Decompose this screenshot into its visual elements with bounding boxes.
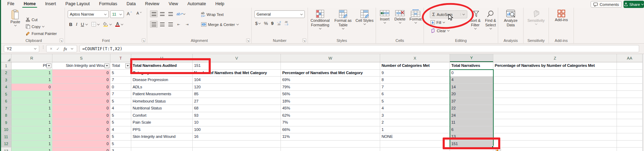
increase-decimal-button[interactable]: ←.0.00 — [277, 21, 281, 26]
cell-R5[interactable]: 1 — [11, 91, 52, 98]
cell-X2[interactable]: 9 — [380, 70, 450, 77]
cell-AA13[interactable] — [617, 148, 643, 151]
tab-view[interactable]: View — [169, 1, 178, 6]
cell-R11[interactable]: 1 — [11, 133, 52, 141]
tab-home[interactable]: Home — [24, 1, 36, 6]
row-header-8[interactable]: 8 — [1, 112, 11, 119]
insert-cells-button[interactable]: Insert — [377, 9, 392, 24]
shrink-font-button[interactable]: A — [136, 11, 142, 15]
find-select-button[interactable]: Find & Select — [483, 10, 498, 30]
row-header-5[interactable]: 5 — [1, 91, 11, 98]
align-top-button[interactable] — [150, 10, 158, 17]
cell-R10[interactable]: 1 — [11, 126, 52, 134]
cell-Z12[interactable] — [493, 141, 617, 148]
cell-Z6[interactable] — [493, 98, 617, 105]
cell-S8[interactable]: 0 — [52, 112, 110, 119]
merge-center-chevron-icon[interactable] — [236, 23, 239, 26]
cell-Y13[interactable] — [450, 148, 493, 151]
cell-AA6[interactable] — [617, 98, 643, 105]
cell-U8[interactable]: Comfort — [131, 112, 193, 119]
conditional-formatting-button[interactable]: Conditional Formatting — [309, 9, 332, 30]
cell-X11[interactable]: NONE — [380, 133, 450, 141]
cell-U9[interactable]: Pain Scale — [131, 119, 193, 126]
row-header-4[interactable]: 4 — [1, 84, 11, 91]
row-header-12[interactable]: 12 — [1, 141, 11, 148]
tab-page-layout[interactable]: Page Layout — [65, 1, 90, 6]
cell-Z3[interactable] — [493, 77, 617, 84]
cell-Y9[interactable]: 11 — [450, 119, 493, 126]
cell-U13[interactable] — [131, 148, 193, 151]
column-header-W[interactable]: W — [281, 54, 380, 62]
cell-Y7[interactable]: 22 — [450, 105, 493, 112]
align-left-button[interactable] — [150, 21, 158, 28]
cell-U6[interactable]: Homebound Status — [131, 98, 193, 105]
font-dialog-launcher-icon[interactable]: ↘ — [142, 38, 145, 42]
tab-review[interactable]: Review — [145, 1, 159, 6]
row-header-7[interactable]: 7 — [1, 105, 11, 112]
column-header-U[interactable]: U — [131, 54, 193, 62]
column-header-X[interactable]: X — [380, 54, 450, 62]
font-size-select[interactable]: 11 — [110, 10, 124, 18]
cell-Y10[interactable]: 6 — [450, 126, 493, 134]
cell-U5[interactable]: Patient Measurements — [131, 91, 193, 98]
font-color-button[interactable]: A — [115, 22, 123, 27]
cell-U3[interactable]: Disease Progression — [131, 77, 193, 84]
orientation-button[interactable]: ab↗ — [175, 10, 187, 17]
select-all-corner[interactable] — [1, 54, 11, 62]
cell-X1[interactable]: Number of Categories Met — [380, 62, 450, 70]
cell-R4[interactable]: 0 — [11, 84, 52, 91]
cell-V6[interactable]: 27 — [193, 98, 281, 105]
cell-X13[interactable] — [380, 148, 450, 151]
cell-R9[interactable]: 1 — [11, 119, 52, 126]
cell-U4[interactable]: ADLs — [131, 84, 193, 91]
cell-AA2[interactable] — [617, 70, 643, 77]
row-header-1[interactable]: 1 — [1, 62, 11, 70]
grow-font-button[interactable]: A^ — [127, 11, 132, 16]
cell-X8[interactable]: 3 — [380, 112, 450, 119]
row-header-6[interactable]: 6 — [1, 98, 11, 105]
row-header-3[interactable]: 3 — [1, 77, 11, 84]
cell-T4[interactable]: 0 — [110, 84, 131, 91]
cell-T10[interactable]: 4 — [110, 126, 131, 134]
fx-chevron-icon[interactable] — [71, 47, 73, 50]
cell-S7[interactable]: 0 — [52, 105, 110, 112]
cell-S6[interactable]: 0 — [52, 98, 110, 105]
cell-X10[interactable]: 1 — [380, 126, 450, 134]
cell-AA1[interactable] — [617, 62, 643, 70]
filter-dropdown-icon-R1[interactable] — [47, 63, 51, 68]
filter-dropdown-icon-T1[interactable] — [125, 63, 130, 68]
row-header-9[interactable]: 9 — [1, 119, 11, 126]
cell-AA7[interactable] — [617, 105, 643, 112]
italic-button[interactable]: I — [76, 21, 77, 27]
cell-X7[interactable]: 4 — [380, 105, 450, 112]
cell-Z1[interactable]: Percentage of Narratives by Number of Ca… — [493, 62, 617, 70]
cell-V3[interactable]: 104 — [193, 77, 281, 84]
enter-icon[interactable]: ✓ — [56, 46, 60, 51]
cell-V2[interactable]: Number of Narratives that Met Category — [193, 70, 281, 77]
percent-button[interactable]: % — [264, 21, 268, 26]
cell-styles-button[interactable]: Cell Styles — [354, 9, 375, 25]
cell-V12[interactable] — [193, 141, 281, 148]
column-header-R[interactable]: R — [11, 54, 52, 62]
cell-U10[interactable]: PPS — [131, 126, 193, 134]
clear-button[interactable]: Clear — [430, 28, 450, 33]
cell-Z8[interactable] — [493, 112, 617, 119]
increase-indent-button[interactable]: ⇥ — [183, 21, 191, 28]
number-dialog-launcher-icon[interactable]: ↘ — [302, 38, 306, 42]
cell-W7[interactable]: 45% — [281, 105, 380, 112]
tab-help[interactable]: Help — [215, 1, 224, 6]
row-header-10[interactable]: 10 — [1, 126, 11, 134]
align-right-button[interactable] — [167, 21, 174, 28]
cell-R7[interactable]: 1 — [11, 105, 52, 112]
cell-T11[interactable]: 5 — [110, 133, 131, 141]
cell-W3[interactable]: 69% — [281, 77, 380, 84]
cell-Y12[interactable]: 151 — [450, 141, 493, 148]
tab-insert[interactable]: Insert — [45, 1, 56, 6]
cell-T13[interactable]: 3 — [110, 148, 131, 151]
cell-AA9[interactable] — [617, 119, 643, 126]
cell-T5[interactable]: 7 — [110, 91, 131, 98]
cell-X6[interactable]: 5 — [380, 98, 450, 105]
comma-style-button[interactable]: 9 — [271, 21, 274, 26]
addins-button[interactable]: Add-ins — [551, 9, 572, 22]
font-name-select[interactable]: Aptos Narrow — [68, 10, 109, 18]
